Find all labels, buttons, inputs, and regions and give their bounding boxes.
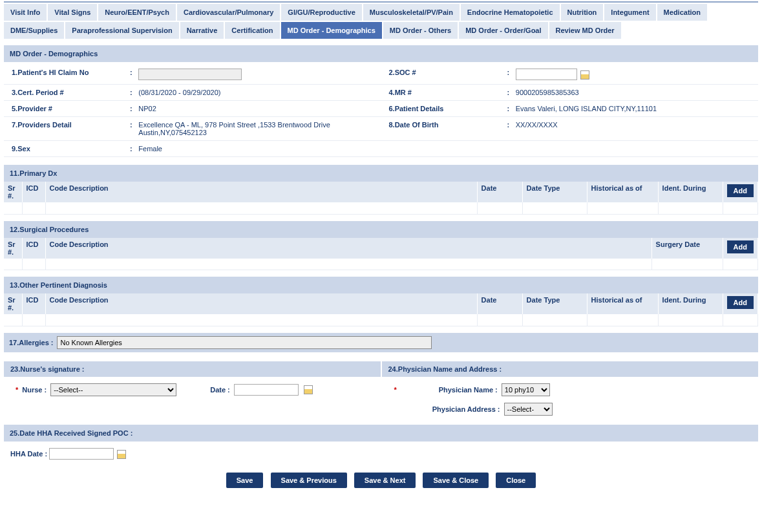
soc-input[interactable] [516, 69, 577, 80]
section-allergies: 17.Allergies : [4, 333, 758, 352]
calendar-icon[interactable] [580, 70, 589, 80]
col-date-type: Date Type [522, 182, 587, 202]
label-hi-claim: 1.Patient's HI Claim No [4, 65, 127, 85]
surgical-table: Sr #. ICD Code Description Surgery Date … [4, 238, 758, 271]
table-row [4, 314, 758, 326]
nurse-date-label: Date : [210, 386, 230, 394]
save-button[interactable]: Save [226, 473, 264, 488]
save-previous-button[interactable]: Save & Previous [271, 473, 347, 488]
patient-details-value: Evans Valeri, LONG ISLAND CITY,NY,11101 [513, 101, 758, 117]
col-icd: ICD [22, 238, 45, 259]
providers-detail-value: Excellence QA - ML, 978 Point Street ,15… [136, 117, 381, 141]
col-code-desc: Code Description [45, 238, 651, 259]
tab-neuro-eent-psych[interactable]: Neuro/EENT/Psych [98, 4, 176, 21]
calendar-icon[interactable] [117, 450, 126, 459]
nurse-select[interactable]: --Select-- [50, 383, 176, 396]
action-buttons: Save Save & Previous Save & Next Save & … [4, 473, 758, 488]
col-icd: ICD [22, 293, 45, 314]
col-icd: ICD [22, 182, 45, 202]
col-code-desc: Code Description [45, 293, 477, 314]
other-dx-table: Sr #. ICD Code Description Date Date Typ… [4, 293, 758, 326]
tab-nutrition[interactable]: Nutrition [561, 4, 604, 21]
section-physician: 24.Physician Name and Address : [382, 361, 759, 377]
label-soc: 2.SOC # [381, 65, 503, 85]
col-sr: Sr #. [4, 238, 22, 259]
hi-claim-input[interactable] [138, 69, 242, 80]
col-date-type: Date Type [522, 293, 587, 314]
label-cert-period: 3.Cert. Period # [4, 85, 127, 101]
cert-period-value: (08/31/2020 - 09/29/2020) [136, 85, 381, 101]
physician-name-label: Physician Name : [401, 386, 498, 394]
table-row [4, 259, 758, 270]
tab-vital-signs[interactable]: Vital Signs [48, 4, 97, 21]
allergies-input[interactable] [57, 336, 432, 349]
col-historical: Historical as of [587, 182, 658, 202]
tab-paraprofessional-supervision[interactable]: Paraprofessional Supervision [65, 22, 178, 39]
hha-date-input[interactable] [49, 448, 114, 460]
dob-value: XX/XX/XXXX [513, 117, 758, 141]
col-surgery-date: Surgery Date [651, 238, 723, 259]
nurse-date-input[interactable] [234, 384, 299, 396]
physician-address-label: Physician Address : [403, 405, 500, 413]
demographics-table: 1.Patient's HI Claim No : 2.SOC # : 3.Ce… [4, 65, 758, 157]
label-sex: 9.Sex [4, 141, 127, 157]
tab-md-order-demographics[interactable]: MD Order - Demographics [281, 22, 382, 39]
section-header: MD Order - Demographics [4, 45, 758, 62]
col-sr: Sr #. [4, 293, 22, 314]
tab-medication[interactable]: Medication [657, 4, 707, 21]
section-surgical: 12.Surgical Procedures [4, 221, 758, 238]
nurse-label: Nurse : [22, 386, 47, 394]
add-primary-dx-button[interactable]: Add [727, 184, 754, 197]
calendar-icon[interactable] [304, 385, 313, 394]
add-surgical-button[interactable]: Add [727, 240, 754, 253]
section-hha: 25.Date HHA Received Signed POC : [4, 425, 758, 442]
allergies-label: 17.Allergies : [9, 339, 53, 346]
col-ident-during: Ident. During [658, 293, 723, 314]
tabs-row-1: Visit InfoVital SignsNeuro/EENT/PsychCar… [4, 4, 758, 21]
tab-cardiovascular-pulmonary[interactable]: Cardiovascular/Pulmonary [177, 4, 280, 21]
col-date: Date [477, 182, 522, 202]
tab-visit-info[interactable]: Visit Info [4, 4, 47, 21]
primary-dx-table: Sr #. ICD Code Description Date Date Typ… [4, 182, 758, 215]
section-primary-dx: 11.Primary Dx [4, 165, 758, 182]
tab-review-md-order[interactable]: Review MD Order [549, 22, 621, 39]
tab-md-order-order-goal[interactable]: MD Order - Order/Goal [459, 22, 547, 39]
tab-musculoskeletal-pv-pain[interactable]: Musculoskeletal/PV/Pain [363, 4, 460, 21]
close-button[interactable]: Close [496, 473, 536, 488]
save-next-button[interactable]: Save & Next [354, 473, 416, 488]
col-ident-during: Ident. During [658, 182, 723, 202]
required-marker: * [16, 386, 18, 394]
tab-md-order-others[interactable]: MD Order - Others [383, 22, 458, 39]
tab-integument[interactable]: Integument [604, 4, 655, 21]
col-sr: Sr #. [4, 182, 22, 202]
label-dob: 8.Date Of Birth [381, 117, 503, 141]
label-mr: 4.MR # [381, 85, 503, 101]
add-other-dx-button[interactable]: Add [727, 296, 754, 309]
tab-endocrine-hematopoietic[interactable]: Endocrine Hematopoietic [461, 4, 560, 21]
save-close-button[interactable]: Save & Close [423, 473, 489, 488]
col-code-desc: Code Description [45, 182, 477, 202]
tab-narrative[interactable]: Narrative [180, 22, 224, 39]
physician-address-select[interactable]: --Select- [504, 403, 553, 416]
section-nurse-signature: 23.Nurse's signature : [4, 361, 382, 377]
label-patient-details: 6.Patient Details [381, 101, 503, 117]
hha-date-label: HHA Date : [10, 450, 47, 458]
physician-name-select[interactable]: 10 phy10 [502, 383, 550, 396]
sex-value: Female [136, 141, 381, 157]
col-date: Date [477, 293, 522, 314]
tabs-row-2: DME/SuppliesParaprofessional Supervision… [4, 22, 758, 39]
provider-no-value: NP02 [136, 101, 381, 117]
col-historical: Historical as of [587, 293, 658, 314]
tab-dme-supplies[interactable]: DME/Supplies [4, 22, 64, 39]
tab-gi-gu-reproductive[interactable]: GI/GU/Reproductive [281, 4, 362, 21]
required-marker: * [394, 386, 397, 394]
tab-certification[interactable]: Certification [225, 22, 279, 39]
section-other-dx: 13.Other Pertinent Diagnosis [4, 277, 758, 293]
table-row [4, 202, 758, 214]
label-providers-detail: 7.Providers Detail [4, 117, 127, 141]
label-provider-no: 5.Provider # [4, 101, 127, 117]
mr-value: 9000205985385363 [513, 85, 758, 101]
